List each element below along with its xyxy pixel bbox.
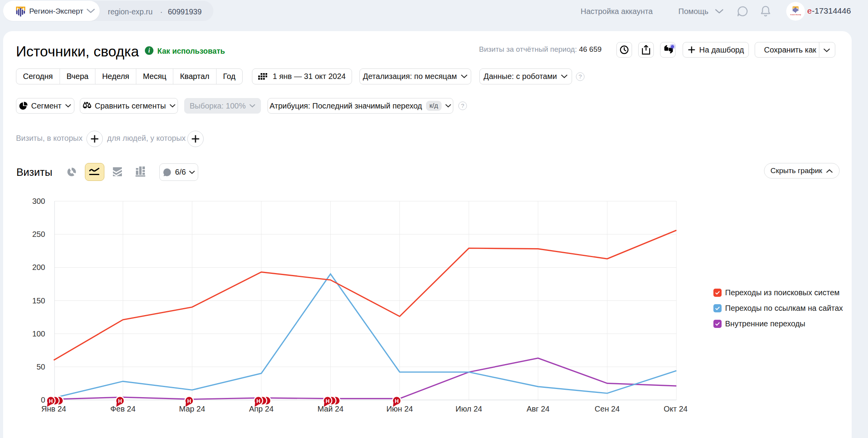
svg-text:Сен 24: Сен 24 bbox=[595, 405, 620, 413]
svg-text:150: 150 bbox=[32, 296, 45, 305]
svg-text:Янв 24: Янв 24 bbox=[41, 405, 66, 413]
svg-text:Мар 24: Мар 24 bbox=[179, 405, 205, 413]
svg-text:Июн 24: Июн 24 bbox=[386, 405, 413, 413]
svg-text:Апр 24: Апр 24 bbox=[249, 405, 273, 413]
svg-text:0: 0 bbox=[41, 396, 45, 404]
svg-text:250: 250 bbox=[32, 230, 45, 238]
svg-text:100: 100 bbox=[32, 329, 45, 338]
svg-text:Июл 24: Июл 24 bbox=[456, 405, 482, 413]
svg-text:Фев 24: Фев 24 bbox=[110, 405, 136, 413]
svg-text:50: 50 bbox=[37, 363, 45, 371]
svg-text:Май 24: Май 24 bbox=[317, 405, 343, 413]
svg-text:Авг 24: Авг 24 bbox=[526, 405, 549, 413]
svg-text:Н: Н bbox=[326, 398, 329, 404]
svg-text:Н: Н bbox=[187, 398, 191, 404]
svg-text:Регион-Эксперт: Регион-Эксперт bbox=[790, 14, 801, 16]
svg-text:300: 300 bbox=[32, 197, 45, 205]
svg-text:Н: Н bbox=[49, 398, 53, 404]
svg-text:200: 200 bbox=[32, 263, 45, 272]
svg-text:Окт 24: Окт 24 bbox=[664, 405, 688, 413]
svg-text:Н: Н bbox=[256, 398, 260, 404]
svg-text:Н: Н bbox=[118, 398, 122, 404]
svg-text:Н: Н bbox=[395, 398, 399, 404]
